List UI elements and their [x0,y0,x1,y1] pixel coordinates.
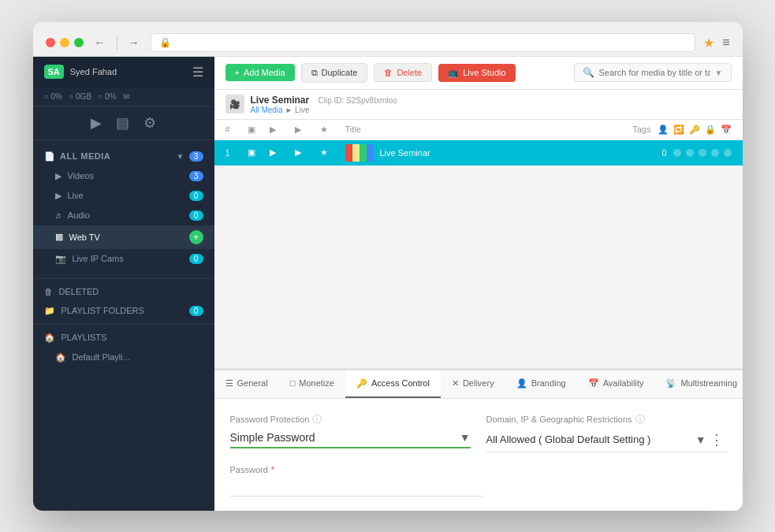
cpu-value: 0% [51,92,62,101]
tab-access-control[interactable]: 🔑 Access Control [345,370,441,398]
delete-icon: 🗑 [384,68,393,77]
domain-restrictions-label: Domain, IP & Geographic Restrictions ⓘ [486,413,727,426]
breadcrumb-info: Live Seminar Clip ID: S2Spv8txmloo All M… [251,95,732,114]
tab-branding[interactable]: 👤 Branding [505,370,577,398]
sidebar-item-webtv[interactable]: ▩ Web TV + [33,225,214,249]
live-studio-button[interactable]: 📺 Live Studio [438,64,515,82]
liveipcams-icon: 📷 [55,254,66,264]
sidebar-item-deleted[interactable]: 🗑 DELETED [33,282,214,301]
playlist-folders-icon: 📁 [44,306,55,316]
browser-chrome: ← → 🔒 ★ ≡ [33,22,743,57]
email-icon: ✉ [123,92,129,101]
back-button[interactable]: ← [91,35,109,50]
search-dropdown-icon[interactable]: ▼ [715,69,723,77]
forward-button[interactable]: → [125,35,143,50]
bookmark-icon[interactable]: ★ [703,35,714,50]
sidebar-item-liveipcams[interactable]: 📷 Live IP Cams 0 [33,249,214,269]
password-dropdown-icon[interactable]: ▼ [460,431,471,444]
webtv-add-button[interactable]: + [189,230,203,244]
tab-multistreaming[interactable]: 📡 Multistreaming [654,370,742,398]
domain-help-icon[interactable]: ⓘ [635,413,645,426]
circle-1 [673,149,681,157]
cpu-icon: ○ [44,92,49,101]
duplicate-button[interactable]: ⧉ Duplicate [301,63,368,83]
media-icon-btn[interactable]: ▶ [91,114,102,132]
search-bar: 🔍 ▼ [574,63,732,82]
liveipcams-item-left: 📷 Live IP Cams [55,254,124,264]
password-help-icon[interactable]: ⓘ [312,413,322,426]
minimize-button[interactable] [60,38,69,47]
row-title: Live Seminar [380,148,598,158]
maximize-button[interactable] [74,38,84,47]
live-badge: 0 [189,191,203,201]
sidebar-item-playlist-folders[interactable]: 📁 PLAYLIST FOLDERS 0 [33,301,214,321]
liveipcams-label: Live IP Cams [73,254,124,263]
all-media-link[interactable]: All Media [251,106,283,114]
row-star-icon[interactable]: ★ [320,147,339,158]
password-protection-label: Password Protection ⓘ [230,413,471,426]
col-type: ▶ [270,125,289,135]
all-media-badge: 3 [189,151,203,162]
tab-delivery[interactable]: ✕ Delivery [441,370,505,398]
delivery-icon: ✕ [452,378,459,389]
domain-more-button[interactable]: ⋮ [706,431,727,448]
general-icon: ☰ [225,378,233,389]
playlists-icon: 🏠 [44,333,55,343]
circle-3 [699,149,706,157]
table-row[interactable]: 1 ▣ ▶ ▶ ★ Live Seminar 0 [214,140,743,166]
access-control-content: Password Protection ⓘ Simple Password ▼ [214,399,743,511]
deleted-label: DELETED [59,287,99,296]
address-bar[interactable]: 🔒 [151,33,696,52]
sidebar: SA Syed Fahad ☰ ○ 0% ○ 0GB ○ 0% ✉ [33,57,214,511]
add-media-button[interactable]: + Add Media [225,64,295,81]
delete-button[interactable]: 🗑 Delete [374,63,432,82]
hamburger-icon[interactable]: ☰ [192,65,203,80]
breadcrumb-separator: ► [285,106,295,114]
videos-item-left: ▶ Videos [55,171,94,181]
close-button[interactable] [46,38,55,47]
analytics-icon-btn[interactable]: ▤ [116,114,129,132]
row-thumbnail [345,144,374,162]
user-col-icon: 👤 [658,125,669,135]
sidebar-item-default-playlist[interactable]: 🏠 Default Playli... [33,348,214,367]
clip-title: Live Seminar Clip ID: S2Spv8txmloo [251,95,732,106]
tab-general[interactable]: ☰ General [214,370,279,398]
settings-icon-btn[interactable]: ⚙ [143,114,156,132]
table-header: # ▣ ▶ ▶ ★ Title Tags 👤 🔁 🔑 🔒 📅 [214,120,743,140]
sidebar-item-audio[interactable]: ♬ Audio 0 [33,206,214,225]
bandwidth-value: 0% [105,92,116,101]
default-playlist-label: Default Playli... [73,352,130,362]
sidebar-item-live[interactable]: ▶ Live 0 [33,186,214,206]
tab-availability[interactable]: 📅 Availability [577,370,655,398]
search-input[interactable] [599,68,710,77]
sidebar-item-videos[interactable]: ▶ Videos 3 [33,166,214,186]
sidebar-item-playlists[interactable]: 🏠 PLAYLISTS [33,328,214,348]
add-icon: + [235,68,240,77]
monetize-icon: □ [290,378,296,388]
key-col-icon: 🔑 [689,125,700,135]
webtv-item-left: ▩ Web TV [55,232,100,242]
audio-item-left: ♬ Audio [55,210,90,220]
toolbar: + Add Media ⧉ Duplicate 🗑 Delete 📺 Live … [214,57,743,90]
row-play-icon[interactable]: ▶ [295,147,314,158]
videos-badge: 3 [189,171,203,181]
default-playlist-left: 🏠 Default Playli... [55,352,130,363]
circle-5 [724,149,732,157]
domain-dropdown-icon[interactable]: ▼ [695,433,706,446]
row-checkbox[interactable]: ▣ [248,147,263,158]
multistreaming-icon: 📡 [665,378,676,389]
audio-badge: 0 [189,210,203,221]
clip-id: Clip ID: S2Spv8txmloo [319,96,397,105]
playlist-folders-badge: 0 [189,306,203,316]
deleted-icon: 🗑 [44,287,53,296]
live-icon: 📺 [448,68,459,78]
liveipcams-badge: 0 [189,254,203,264]
videos-icon: ▶ [55,171,61,181]
tab-monetize[interactable]: □ Monetize [279,370,345,397]
password-input[interactable] [230,478,483,497]
all-media-header[interactable]: 📄 ALL MEDIA ▼ 3 [33,147,214,166]
webtv-label: Web TV [69,233,100,242]
menu-icon[interactable]: ≡ [722,35,729,50]
row-type-icon: ▶ [270,147,289,158]
password-protection-select[interactable]: Simple Password ▼ [230,431,471,448]
